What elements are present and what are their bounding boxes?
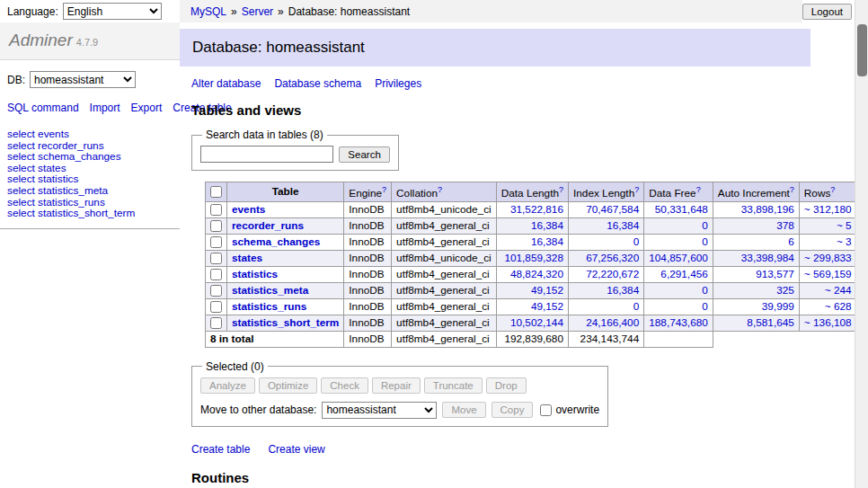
index-length-link[interactable]: 16,384 [607,219,639,232]
column-help-link[interactable]: ? [790,185,794,194]
rows-count-link[interactable]: ~ 136,108 [804,316,852,329]
table-link[interactable]: schema_changes [232,235,320,248]
auto-increment-link[interactable]: 33,398,984 [741,252,794,264]
table-link[interactable]: events [232,203,265,216]
data-length-link[interactable]: 31,522,816 [510,203,563,216]
column-help-link[interactable]: ? [559,185,563,194]
table-link[interactable]: statistics_meta [232,284,308,297]
overwrite-checkbox[interactable] [540,404,552,416]
search-button[interactable]: Search [339,146,389,163]
copy-button[interactable]: Copy [492,402,534,418]
sidebar-table-link[interactable]: select schema_changes [7,151,173,163]
vertical-scrollbar[interactable] [855,0,868,488]
data-length-link[interactable]: 16,384 [531,219,563,232]
select-all-checkbox[interactable] [210,186,222,198]
database-select[interactable]: homeassistant [30,71,136,88]
index-length-link[interactable]: 72,220,672 [586,268,639,280]
auto-increment-link[interactable]: 378 [776,219,794,232]
data-free-link[interactable]: 50,331,648 [655,203,708,216]
bulk-action-button[interactable]: Truncate [424,377,483,394]
index-length-link[interactable]: 67,256,320 [586,252,639,264]
sidebar-action-link[interactable]: SQL command [7,102,79,114]
sidebar-table-link[interactable]: select events [7,129,173,140]
row-checkbox[interactable] [210,317,222,329]
auto-increment-link[interactable]: 8,581,645 [747,316,793,329]
data-free-link[interactable]: 6,291,456 [660,268,707,280]
move-button[interactable]: Move [442,402,485,418]
data-length-link[interactable]: 10,502,144 [510,316,563,329]
auto-increment-link[interactable]: 39,999 [762,300,794,313]
data-length-link[interactable]: 48,824,320 [510,268,563,280]
scrollbar-thumb[interactable] [857,24,867,76]
data-free-link[interactable]: 188,743,680 [649,316,708,329]
auto-increment-link[interactable]: 33,898,196 [741,203,794,216]
search-legend: Search data in tables (8) [202,129,327,141]
data-free-link[interactable]: 0 [702,219,708,232]
data-length-link[interactable]: 49,152 [531,300,563,313]
column-help-link[interactable]: ? [634,185,639,194]
table-link[interactable]: statistics_short_term [232,316,339,329]
index-length-link[interactable]: 24,166,400 [586,316,639,329]
auto-increment-link[interactable]: 325 [776,284,794,297]
bulk-action-button[interactable]: Drop [486,377,527,394]
bulk-action-button[interactable]: Optimize [259,377,317,394]
row-checkbox[interactable] [210,220,222,232]
rows-count-link[interactable]: ~ 244 [825,284,852,297]
column-help-link[interactable]: ? [830,185,835,194]
data-free-link[interactable]: 0 [702,284,708,297]
sidebar-action-links: SQL commandImportExportCreate table [7,102,162,115]
rows-count-link[interactable]: ~ 628 [825,300,852,313]
row-checkbox[interactable] [210,285,222,297]
sidebar-action-link[interactable]: Import [90,102,120,114]
sidebar-table-link[interactable]: select statistics_meta [7,185,173,197]
row-checkbox[interactable] [210,236,222,248]
database-nav-link[interactable]: Privileges [375,77,421,90]
collation-cell: utf8mb4_general_ci [392,234,497,250]
total-data-length: 192,839,680 [496,331,568,347]
sidebar-table-link[interactable]: select statistics_short_term [7,208,173,219]
table-link[interactable]: statistics [232,268,278,280]
row-checkbox[interactable] [210,301,222,313]
index-length-link[interactable]: 0 [633,235,640,248]
column-help-link[interactable]: ? [382,185,386,194]
language-select[interactable]: English [63,3,162,20]
data-free-link[interactable]: 0 [702,235,708,248]
data-free-link[interactable]: 0 [702,300,708,313]
breadcrumb-server-link[interactable]: Server [242,5,273,18]
bulk-action-button[interactable]: Check [321,377,368,394]
column-header-table: Table [227,182,344,202]
table-link[interactable]: states [232,252,262,264]
auto-increment-link[interactable]: 913,577 [756,268,794,280]
auto-increment-link[interactable]: 6 [788,235,794,248]
logout-button[interactable]: Logout [802,4,852,20]
index-length-link[interactable]: 0 [633,300,640,313]
rows-count-link[interactable]: ~ 312,180 [804,203,852,216]
index-length-link[interactable]: 16,384 [607,284,639,297]
create-link[interactable]: Create view [268,443,324,456]
data-free-link[interactable]: 104,857,600 [649,252,708,264]
column-help-link[interactable]: ? [438,185,442,194]
data-length-link[interactable]: 16,384 [531,235,563,248]
move-database-select[interactable]: homeassistant [322,402,437,419]
rows-count-link[interactable]: ~ 3 [837,235,852,248]
row-checkbox[interactable] [210,204,222,216]
data-length-link[interactable]: 49,152 [531,284,563,297]
table-link[interactable]: statistics_runs [232,300,306,313]
rows-count-link[interactable]: ~ 5 [837,219,852,232]
rows-count-link[interactable]: ~ 299,833 [804,252,852,264]
table-link[interactable]: recorder_runs [232,219,304,232]
database-nav-link[interactable]: Database schema [274,77,361,90]
bulk-action-button[interactable]: Repair [372,377,421,394]
data-length-link[interactable]: 101,859,328 [504,252,563,264]
search-input[interactable] [200,146,333,163]
row-checkbox[interactable] [210,269,222,280]
column-help-link[interactable]: ? [696,185,701,194]
breadcrumb-mysql-link[interactable]: MySQL [190,5,226,18]
row-checkbox[interactable] [210,253,222,264]
database-nav-link[interactable]: Alter database [191,77,261,90]
create-link[interactable]: Create table [191,443,250,456]
bulk-action-button[interactable]: Analyze [200,377,255,394]
index-length-link[interactable]: 70,467,584 [586,203,639,216]
rows-count-link[interactable]: ~ 569,159 [804,268,852,280]
sidebar-action-link[interactable]: Export [131,102,163,114]
